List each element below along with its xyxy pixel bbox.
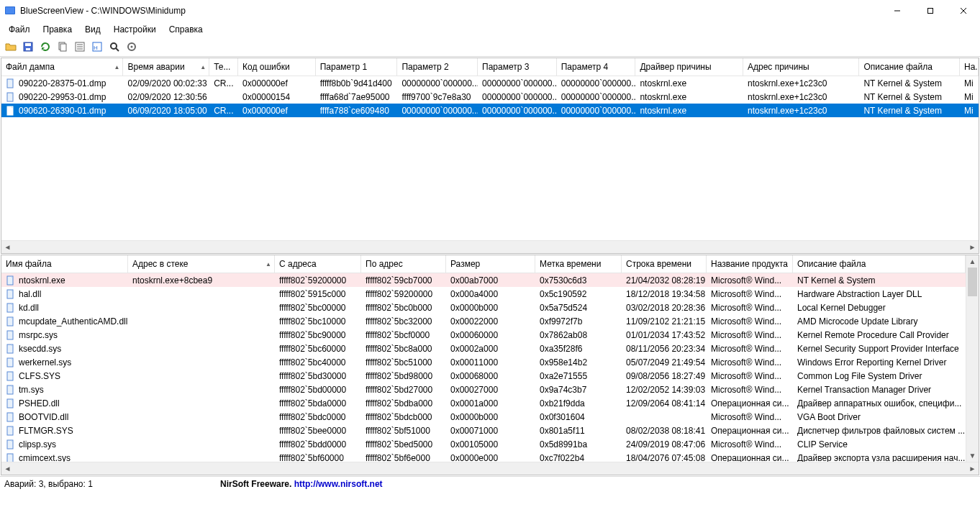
column-header[interactable]: Те... [209, 58, 238, 76]
menu-item[interactable]: Вид [79, 23, 106, 36]
table-row[interactable]: cmimcext.sysfffff802`5bf60000fffff802`5b… [1, 451, 966, 462]
column-header[interactable]: Параметр 3 [478, 58, 557, 76]
table-row[interactable]: ntoskrnl.exentoskrnl.exe+8cbea9fffff802`… [1, 273, 966, 287]
table-cell: 00000000`000000... [557, 106, 636, 116]
table-row[interactable]: 090220-28375-01.dmp02/09/2020 00:02:33CR… [1, 76, 979, 90]
table-cell: 11/09/2102 21:21:15 [622, 316, 707, 327]
table-cell: 0x0000e000 [446, 453, 535, 462]
table-cell: 0x9a74c3b7 [535, 385, 622, 395]
scrollbar-vertical[interactable]: ▲ ▼ [966, 255, 979, 462]
file-icon [6, 106, 16, 116]
open-icon[interactable] [4, 40, 17, 53]
column-header[interactable]: Имя файла [1, 255, 128, 273]
table-cell: fffff802`5915c000 [275, 289, 361, 299]
scroll-left-icon[interactable]: ◄ [1, 462, 14, 475]
table-cell: VGA Boot Driver [793, 412, 966, 422]
maximize-button[interactable] [914, 0, 947, 22]
table-row[interactable]: PSHED.dllfffff802`5bda0000fffff802`5bdba… [1, 396, 966, 410]
scroll-up-icon[interactable]: ▲ [966, 255, 979, 268]
menu-item[interactable]: Настройки [108, 23, 162, 36]
column-header[interactable]: Описание файла [793, 255, 966, 273]
column-header[interactable]: Драйвер причины [635, 58, 743, 76]
table-cell: 0xf9972f7b [535, 316, 622, 327]
column-header[interactable]: Код ошибки [238, 58, 316, 76]
table-cell: ffffa68d`7ae95000 [316, 92, 398, 102]
menu-item[interactable]: Правка [37, 23, 78, 36]
table-cell: Microsoft® Wind... [707, 330, 793, 340]
column-header[interactable]: Параметр 2 [397, 58, 478, 76]
nirsoft-link[interactable]: NirSoft Freeware. http://www.nirsoft.net [220, 479, 383, 489]
close-button[interactable] [947, 0, 980, 22]
column-header[interactable]: Адрес в стеке▲ [128, 255, 275, 273]
table-cell: 0x00027000 [446, 385, 535, 395]
table-cell: fffff802`5bdba000 [361, 398, 446, 408]
find-icon[interactable] [108, 40, 121, 53]
column-header[interactable]: Время аварии▲ [123, 58, 209, 76]
table-cell: Kernel Transaction Manager Driver [793, 385, 966, 395]
column-header[interactable]: Параметр 4 [557, 58, 636, 76]
scroll-right-icon[interactable]: ► [966, 462, 979, 475]
table-row[interactable]: mcupdate_AuthenticAMD.dllfffff802`5bc100… [1, 314, 966, 328]
file-icon [6, 330, 16, 340]
column-header[interactable]: Название продукта [707, 255, 793, 273]
scroll-right-icon[interactable]: ► [966, 241, 979, 253]
column-header[interactable]: Строка времени [622, 255, 707, 273]
column-header[interactable]: Параметр 1 [316, 58, 398, 76]
props-icon[interactable] [73, 40, 86, 53]
table-row[interactable]: 090220-29953-01.dmp02/09/2020 12:30:560x… [1, 90, 979, 104]
table-cell: fffff802`5bf51000 [361, 426, 446, 436]
table-cell: Microsoft® Wind... [707, 344, 793, 354]
scroll-down-icon[interactable]: ▼ [966, 449, 979, 462]
scroll-left-icon[interactable]: ◄ [1, 241, 14, 253]
menu-item[interactable]: Файл [3, 23, 36, 36]
table-cell: NT Kernel & System [859, 106, 960, 116]
table-row[interactable]: msrpc.sysfffff802`5bc90000fffff802`5bcf0… [1, 328, 966, 342]
table-row[interactable]: werkernel.sysfffff802`5bc40000fffff802`5… [1, 355, 966, 369]
menu-item[interactable]: Справка [163, 23, 209, 36]
file-icon [6, 439, 16, 449]
table-cell: 0x00060000 [446, 330, 535, 340]
table-cell: 18/12/2018 19:34:58 [622, 289, 707, 299]
table-cell: 0x000000ef [238, 106, 316, 116]
table-cell: fffff802`5bc60000 [275, 344, 361, 354]
table-cell: fffff802`5bd98000 [361, 371, 446, 381]
file-icon [6, 316, 16, 327]
file-icon [6, 344, 16, 354]
column-header[interactable]: Описание файла [859, 58, 960, 76]
table-row[interactable]: hal.dllfffff802`5915c000fffff802`5920000… [1, 287, 966, 301]
column-header[interactable]: По адрес [361, 255, 446, 273]
column-header[interactable]: С адреса [275, 255, 361, 273]
table-row[interactable]: FLTMGR.SYSfffff802`5bee0000fffff802`5bf5… [1, 424, 966, 437]
table-cell: mcupdate_AuthenticAMD.dll [1, 316, 128, 327]
table-row[interactable]: CLFS.SYSfffff802`5bd30000fffff802`5bd980… [1, 369, 966, 383]
table-row[interactable]: BOOTVID.dllfffff802`5bdc0000fffff802`5bd… [1, 410, 966, 424]
column-header[interactable]: Метка времени [535, 255, 622, 273]
table-cell: Диспетчер фильтров файловых систем ... [793, 426, 966, 436]
table-row[interactable]: ksecdd.sysfffff802`5bc60000fffff802`5bc8… [1, 342, 966, 355]
table-cell: fffff8b0b`9d41d400 [316, 78, 398, 88]
refresh-icon[interactable] [39, 40, 52, 53]
scrollbar-horizontal[interactable]: ◄ ► [1, 462, 979, 475]
copy-icon[interactable] [56, 40, 69, 53]
column-header[interactable]: Адрес причины [743, 58, 860, 76]
file-icon [6, 78, 16, 88]
title-bar: BlueScreenView - C:\WINDOWS\Minidump [0, 0, 980, 22]
table-cell: 00000000`000000... [557, 78, 636, 88]
minimize-button[interactable] [881, 0, 914, 22]
table-cell: ntoskrnl.exe [635, 78, 743, 88]
save-icon[interactable] [22, 40, 35, 53]
options-icon[interactable] [125, 40, 138, 53]
table-row[interactable]: 090620-26390-01.dmp06/09/2020 18:05:00CR… [1, 104, 979, 117]
table-row[interactable]: clipsp.sysfffff802`5bdd0000fffff802`5bed… [1, 437, 966, 451]
html-icon[interactable]: H [91, 40, 104, 53]
table-cell: NT Kernel & System [859, 92, 960, 102]
scrollbar-horizontal[interactable]: ◄ ► [1, 240, 979, 253]
column-header[interactable]: Файл дампа▲ [1, 58, 123, 76]
table-cell: clipsp.sys [1, 439, 128, 449]
table-row[interactable]: kd.dllfffff802`5bc00000fffff802`5bc0b000… [1, 301, 966, 314]
column-header[interactable]: На... [960, 58, 979, 76]
column-header[interactable]: Размер [446, 255, 535, 273]
table-cell: 00000000`000000... [397, 78, 478, 88]
table-row[interactable]: tm.sysfffff802`5bd00000fffff802`5bd27000… [1, 383, 966, 396]
table-cell: 24/09/2019 08:47:06 [622, 439, 707, 449]
